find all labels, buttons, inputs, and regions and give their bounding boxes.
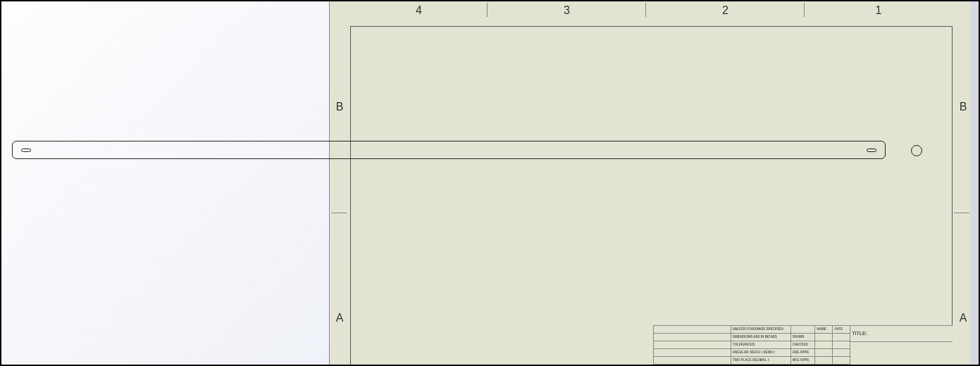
zone-label-right-a: A <box>956 283 970 353</box>
title-block[interactable]: UNLESS OTHERWISE SPECIFIED: DIMENSIONS A… <box>653 325 953 365</box>
tb-tolerances: TOLERANCES: <box>733 343 755 346</box>
tb-checked: CHECKED <box>793 343 808 346</box>
zone-label-left-a: A <box>333 283 347 353</box>
tb-title-label: TITLE: <box>852 331 867 336</box>
canvas-background <box>1 1 329 365</box>
tb-two-place: TWO PLACE DECIMAL ± <box>733 358 769 362</box>
zone-label-top-4: 4 <box>350 1 488 19</box>
zone-label-left-b: B <box>333 72 347 142</box>
tb-mfg-appr: MFG APPR. <box>793 358 810 362</box>
sheet-border <box>350 26 953 365</box>
zone-tick <box>804 3 805 17</box>
sheet-right-edge <box>969 1 979 365</box>
tb-date-header: DATE <box>834 327 843 331</box>
zone-tick <box>645 3 646 17</box>
drawing-viewport[interactable]: 4 3 2 1 B A B A UNLESS OTHERWISE SPECIFI… <box>0 0 980 366</box>
tb-dimensions: DIMENSIONS ARE IN INCHES <box>733 335 777 339</box>
drawing-view-bar[interactable] <box>12 141 886 159</box>
tb-angular: ANGULAR: MACH ± BEND ± <box>733 351 775 354</box>
slot-feature-right <box>867 149 876 152</box>
tb-drawn: DRAWN <box>793 335 805 339</box>
zone-tick <box>487 3 488 17</box>
drawing-view-circle[interactable] <box>911 145 922 156</box>
zone-label-right-b: B <box>956 72 970 142</box>
zone-label-top-3: 3 <box>488 1 646 19</box>
zone-label-top-1: 1 <box>805 1 953 19</box>
zone-tick <box>331 213 347 213</box>
tb-name-header: NAME <box>817 327 826 331</box>
tb-eng-appr: ENG APPR. <box>793 351 810 354</box>
slot-feature-left <box>21 149 31 152</box>
zone-label-top-2: 2 <box>646 1 805 19</box>
tb-unless-otherwise: UNLESS OTHERWISE SPECIFIED: <box>733 327 784 331</box>
zone-tick <box>954 213 969 213</box>
